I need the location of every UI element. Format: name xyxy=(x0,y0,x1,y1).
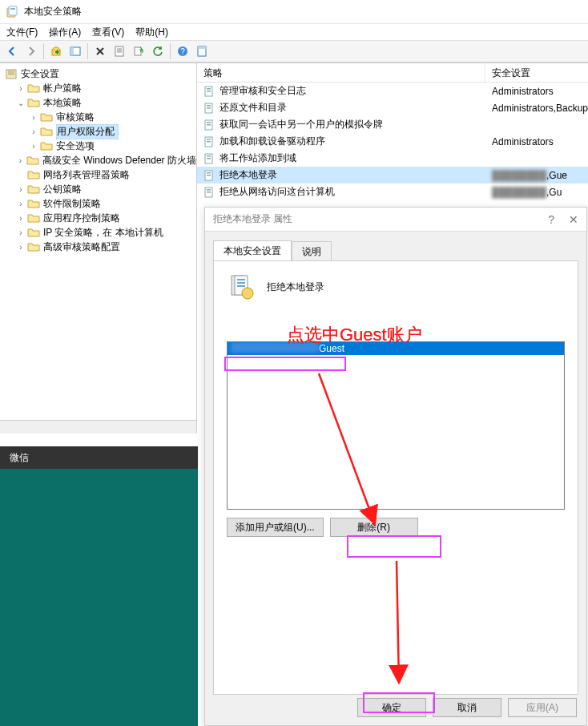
svg-text:?: ? xyxy=(180,47,185,56)
tree-item-label: 公钥策略 xyxy=(43,183,82,196)
list-row[interactable]: 加载和卸载设备驱动程序Administrators xyxy=(197,133,588,150)
list-row[interactable]: 获取同一会话中另一个用户的模拟令牌 xyxy=(197,116,588,133)
menu-file[interactable]: 文件(F) xyxy=(6,26,38,39)
policy-setting: ████████,Gu xyxy=(485,187,588,198)
svg-rect-23 xyxy=(207,139,211,140)
taskbar-app-label[interactable]: 微信 xyxy=(10,451,29,465)
tree-item-label: 软件限制策略 xyxy=(43,197,101,211)
svg-rect-32 xyxy=(207,189,211,191)
taskbar[interactable]: 微信 xyxy=(0,446,198,469)
tree-item[interactable]: ›高级审核策略配置 xyxy=(3,240,196,254)
apply-button[interactable]: 应用(A) xyxy=(508,698,577,717)
back-button[interactable] xyxy=(3,42,21,60)
tree-item[interactable]: ›帐户策略 xyxy=(3,81,196,95)
menu-action[interactable]: 操作(A) xyxy=(49,26,81,39)
tab-description[interactable]: 说明 xyxy=(292,241,332,262)
expand-icon[interactable]: ⌄ xyxy=(16,99,26,107)
expand-icon[interactable]: › xyxy=(16,214,26,223)
list-row[interactable]: 还原文件和目录Administrators,Backup xyxy=(197,99,588,116)
expand-icon[interactable]: › xyxy=(16,243,26,252)
list-row[interactable]: 管理审核和安全日志Administrators xyxy=(197,83,588,99)
expand-icon[interactable]: › xyxy=(16,84,26,93)
add-user-button[interactable]: 添加用户或组(U)... xyxy=(227,518,324,537)
svg-rect-17 xyxy=(207,105,211,107)
menu-help[interactable]: 帮助(H) xyxy=(135,26,168,39)
tree-item-label: 用户权限分配 xyxy=(56,124,119,139)
folder-icon xyxy=(40,111,53,123)
expand-icon[interactable]: › xyxy=(29,142,38,151)
svg-rect-21 xyxy=(207,124,211,126)
folder-icon xyxy=(27,82,40,95)
tree-item[interactable]: 网络列表管理器策略 xyxy=(3,167,196,182)
show-hide-tree-button[interactable] xyxy=(66,42,84,60)
delete-button[interactable] xyxy=(91,42,109,60)
cancel-button[interactable]: 取消 xyxy=(433,698,501,717)
tab-local-security[interactable]: 本地安全设置 xyxy=(213,240,292,261)
desktop-background xyxy=(0,446,198,726)
folder-icon xyxy=(27,212,40,224)
expand-icon[interactable]: › xyxy=(29,113,38,122)
tree-item[interactable]: ›审核策略 xyxy=(3,110,196,124)
list-header: 策略 安全设置 xyxy=(197,63,588,83)
svg-rect-27 xyxy=(207,158,211,159)
folder-icon xyxy=(27,240,40,253)
expand-icon[interactable]: › xyxy=(16,228,26,237)
folder-icon xyxy=(27,197,40,210)
ok-button[interactable]: 确定 xyxy=(357,698,426,717)
tree-item[interactable]: ›IP 安全策略，在 本地计算机 xyxy=(3,225,196,240)
refresh-button[interactable] xyxy=(149,42,167,60)
svg-rect-36 xyxy=(237,279,245,280)
tree-item[interactable]: ›高级安全 Windows Defender 防火墙 xyxy=(3,153,196,167)
up-button[interactable] xyxy=(47,42,65,60)
policy-name: 拒绝从网络访问这台计算机 xyxy=(219,185,335,199)
tree-item[interactable]: ›公钥策略 xyxy=(3,182,196,196)
list-row[interactable]: 拒绝本地登录████████,Gue xyxy=(197,167,588,184)
menu-view[interactable]: 查看(V) xyxy=(92,26,124,39)
tab-strip: 本地安全设置 说明 xyxy=(205,232,586,260)
policy-name: 将工作站添加到域 xyxy=(219,151,296,165)
col-setting[interactable]: 安全设置 xyxy=(485,63,588,82)
expand-icon[interactable]: › xyxy=(16,185,26,194)
forward-button[interactable] xyxy=(22,42,40,60)
dialog-close-icon[interactable]: ✕ xyxy=(569,213,578,226)
tree-item[interactable]: ›用户权限分配 xyxy=(3,124,196,139)
action-button[interactable] xyxy=(193,42,211,60)
folder-icon xyxy=(27,226,40,239)
properties-button[interactable] xyxy=(111,42,128,60)
dialog-heading: 拒绝本地登录 xyxy=(267,280,324,294)
expand-icon[interactable]: › xyxy=(29,127,38,136)
toolbar: ? xyxy=(0,40,588,63)
tree-item[interactable]: ›安全选项 xyxy=(3,139,196,153)
tree-item[interactable]: ›软件限制策略 xyxy=(3,196,196,211)
policy-item-icon xyxy=(203,85,216,98)
list-row[interactable]: 拒绝从网络访问这台计算机████████,Gu xyxy=(197,184,588,200)
list-row[interactable]: 将工作站添加到域 xyxy=(197,150,588,167)
svg-rect-1 xyxy=(9,6,17,15)
dialog-footer: 确定 取消 应用(A) xyxy=(205,690,586,725)
export-button[interactable] xyxy=(130,42,147,60)
security-icon xyxy=(5,67,18,80)
dialog-help-icon[interactable]: ? xyxy=(548,213,554,226)
user-listbox[interactable]: Guest xyxy=(227,341,565,510)
help-button[interactable]: ? xyxy=(174,42,191,60)
expand-icon[interactable]: › xyxy=(16,156,25,165)
window-title: 本地安全策略 xyxy=(24,5,82,18)
svg-rect-5 xyxy=(70,47,74,55)
toolbar-separator xyxy=(170,43,171,59)
svg-rect-15 xyxy=(207,91,211,92)
svg-rect-24 xyxy=(207,141,211,143)
expand-icon[interactable]: › xyxy=(16,200,26,208)
svg-rect-7 xyxy=(135,47,141,55)
policy-item-icon xyxy=(203,186,216,199)
tree-item[interactable]: ⌄本地策略 xyxy=(3,95,196,110)
svg-rect-29 xyxy=(207,172,211,174)
svg-rect-14 xyxy=(207,88,211,90)
tree-root[interactable]: 安全设置 xyxy=(3,67,196,81)
remove-user-button[interactable]: 删除(R) xyxy=(330,518,418,537)
tree-item[interactable]: ›应用程序控制策略 xyxy=(3,211,196,225)
tree-root-label: 安全设置 xyxy=(21,67,59,81)
svg-rect-18 xyxy=(207,107,211,109)
col-policy[interactable]: 策略 xyxy=(197,63,485,82)
properties-dialog: 拒绝本地登录 属性 ? ✕ 本地安全设置 说明 拒绝本地登录 xyxy=(204,207,587,726)
tree-panel[interactable]: 安全设置 ›帐户策略⌄本地策略›审核策略›用户权限分配›安全选项›高级安全 Wi… xyxy=(0,63,197,434)
